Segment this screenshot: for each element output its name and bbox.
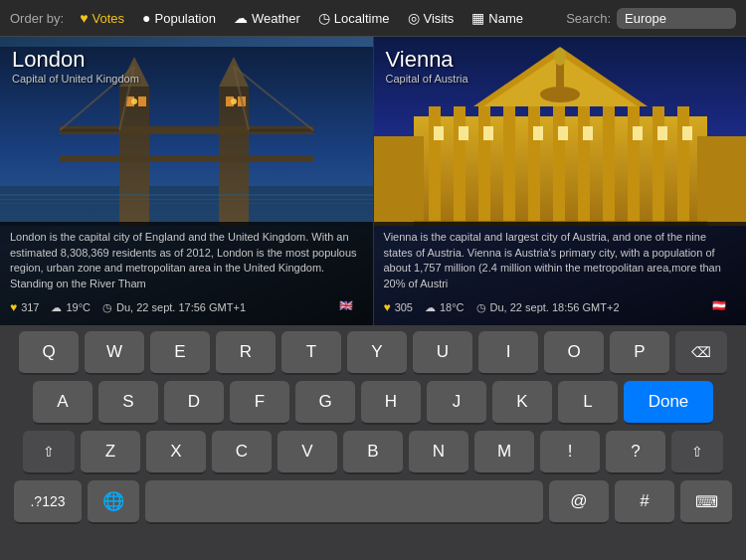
key-d[interactable]: D [164,381,224,425]
vienna-title-area: Vienna Capital of Austria [386,47,468,85]
weather-icon: ☁ [234,10,248,26]
clock-icon: ◷ [318,10,330,26]
svg-rect-46 [533,126,543,140]
key-t[interactable]: T [281,331,341,375]
key-k[interactable]: K [492,381,552,425]
key-h[interactable]: H [361,381,421,425]
london-card[interactable]: London Capital of United Kingdom London … [0,37,374,325]
key-shift-left[interactable]: ⇧ [23,431,75,474]
order-localtime[interactable]: ◷ Localtime [312,8,396,28]
svg-rect-44 [459,126,468,140]
key-l[interactable]: L [558,381,618,425]
vienna-datetime: ◷ Du, 22 sept. 18:56 GMT+2 [476,301,620,314]
key-q[interactable]: Q [19,331,79,375]
key-question[interactable]: ? [606,431,665,474]
search-input[interactable] [617,8,736,29]
key-symbol[interactable]: .?123 [14,480,82,524]
key-hide-keyboard[interactable]: ⌨ [680,480,732,524]
key-i[interactable]: I [478,331,538,375]
vienna-weather: ☁ 18°C [425,301,465,314]
key-done[interactable]: Done [624,381,713,425]
key-e[interactable]: E [150,331,210,375]
key-p[interactable]: P [610,331,669,375]
order-population[interactable]: ● Population [136,8,222,28]
cards-container: London Capital of United Kingdom London … [0,37,746,325]
vienna-card[interactable]: Vienna Capital of Austria Vienna is the … [374,37,747,325]
svg-point-22 [231,98,237,104]
svg-rect-41 [374,136,424,226]
population-label: Population [155,11,216,26]
search-label: Search: [566,11,611,26]
vienna-subtitle: Capital of Austria [386,73,468,85]
key-j[interactable]: J [427,381,486,425]
vienna-flag: 🇦🇹 [712,299,736,315]
key-at[interactable]: @ [549,480,609,524]
order-name[interactable]: ▦ Name [466,8,529,28]
key-hash[interactable]: # [615,480,674,524]
svg-rect-1 [0,186,373,226]
key-globe[interactable]: 🌐 [88,480,139,524]
heart-icon: ♥ [80,10,88,26]
votes-label: Votes [93,11,125,26]
key-v[interactable]: V [278,431,337,474]
london-city-name: London [12,47,139,73]
key-x[interactable]: X [146,431,206,474]
keyboard-row-1: Q W E R T Y U I O P ⌫ [4,331,742,375]
key-space[interactable] [145,480,543,524]
london-votes: ♥ 317 [10,300,39,314]
order-by-label: Order by: [10,11,64,26]
key-a[interactable]: A [33,381,93,425]
london-votes-count: 317 [21,301,39,313]
svg-rect-39 [556,62,564,96]
london-overlay: London is the capital city of England an… [0,222,373,325]
vienna-city-name: Vienna [386,47,468,73]
svg-rect-26 [454,106,466,226]
london-cloud-icon: ☁ [51,301,62,314]
order-visits[interactable]: ◎ Visits [402,8,461,28]
visits-label: Visits [424,11,455,26]
key-b[interactable]: B [343,431,403,474]
key-s[interactable]: S [98,381,158,425]
key-y[interactable]: Y [347,331,407,375]
localtime-label: Localtime [334,11,390,26]
key-c[interactable]: C [212,431,272,474]
svg-rect-19 [0,199,373,200]
key-z[interactable]: Z [81,431,140,474]
key-o[interactable]: O [544,331,604,375]
london-datetime: ◷ Du, 22 sept. 17:56 GMT+1 [102,301,246,314]
vienna-heart-icon: ♥ [384,300,391,314]
key-f[interactable]: F [230,381,289,425]
key-m[interactable]: M [474,431,534,474]
svg-rect-42 [697,136,747,226]
order-votes[interactable]: ♥ Votes [74,8,130,28]
key-w[interactable]: W [85,331,144,375]
svg-rect-20 [0,203,373,204]
key-g[interactable]: G [295,381,355,425]
visits-icon: ◎ [408,10,420,26]
svg-rect-18 [0,194,373,196]
svg-rect-51 [682,126,692,140]
svg-rect-27 [478,106,490,226]
order-weather[interactable]: ☁ Weather [228,8,306,28]
vienna-votes: ♥ 305 [384,300,413,314]
name-label: Name [488,11,523,26]
svg-rect-29 [528,106,540,226]
svg-rect-35 [677,106,689,226]
svg-rect-32 [603,106,615,226]
key-exclaim[interactable]: ! [540,431,600,474]
key-backspace[interactable]: ⌫ [675,331,727,375]
svg-rect-49 [633,126,643,140]
vienna-cloud-icon: ☁ [425,301,436,314]
svg-rect-48 [583,126,593,140]
weather-label: Weather [252,11,300,26]
key-n[interactable]: N [409,431,468,474]
keyboard-bottom-row: .?123 🌐 @ # ⌨ [4,480,742,524]
key-shift-right[interactable]: ⇧ [671,431,723,474]
keyboard-row-3: ⇧ Z X C V B N M ! ? ⇧ [4,431,742,474]
key-r[interactable]: R [216,331,276,375]
svg-point-21 [131,98,137,104]
key-u[interactable]: U [413,331,472,375]
vienna-overlay: Vienna is the capital and largest city o… [374,222,747,325]
svg-rect-11 [60,156,313,162]
london-clock-icon: ◷ [102,301,112,314]
